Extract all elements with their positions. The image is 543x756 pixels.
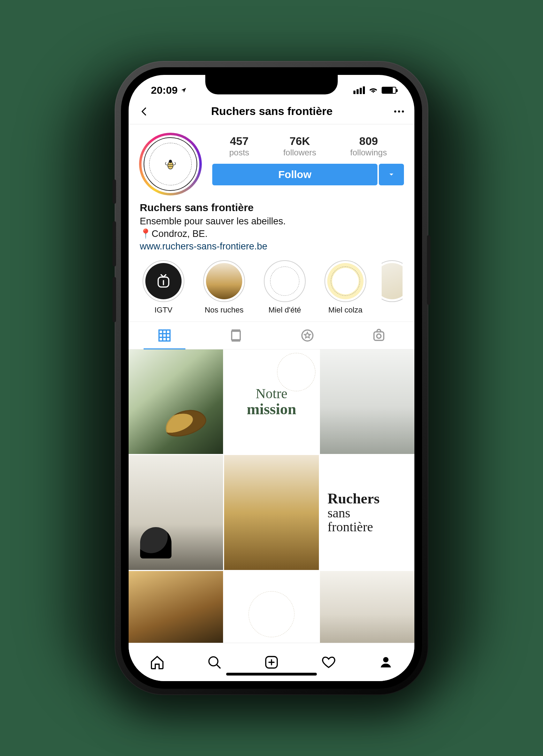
bio-name: Ruchers sans frontière <box>140 202 403 214</box>
status-time: 20:09 <box>151 84 178 96</box>
home-icon <box>150 655 165 670</box>
nav-activity[interactable] <box>320 654 337 671</box>
highlight-label: Miel d'été <box>268 306 301 315</box>
posts-label: posts <box>229 148 249 157</box>
phone-frame: 20:09 Ruchers sans frontière <box>115 61 428 695</box>
nav-home[interactable] <box>149 654 166 671</box>
caret-down-icon <box>388 171 395 178</box>
highlight-label: IGTV <box>154 306 172 315</box>
profile-top-bar: Ruchers sans frontière <box>129 101 414 124</box>
highlight-miel-ete[interactable]: Miel d'été <box>260 260 309 315</box>
brand-line-2: sans <box>328 506 350 520</box>
post-tile[interactable]: Notre mission <box>224 349 319 454</box>
post-tile[interactable] <box>320 571 414 643</box>
battery-icon <box>382 87 396 94</box>
location-arrow-icon <box>181 87 187 93</box>
svg-point-0 <box>168 162 173 169</box>
heart-icon <box>321 655 336 670</box>
wifi-icon <box>368 86 378 94</box>
profile-icon <box>378 655 393 670</box>
igtv-icon <box>154 272 173 291</box>
post-tile[interactable] <box>129 571 223 643</box>
tab-grid[interactable] <box>129 322 200 349</box>
followings-stat[interactable]: 809 followings <box>350 135 387 157</box>
posts-grid: Notre mission Ruchers sans frontière <box>129 349 414 643</box>
search-icon <box>207 655 222 670</box>
pin-icon: 📍 <box>140 229 152 239</box>
bio-website-link[interactable]: www.ruchers-sans-frontiere.be <box>140 241 403 252</box>
followers-label: followers <box>283 148 316 157</box>
profile-bio: Ruchers sans frontière Ensemble pour sau… <box>129 202 414 259</box>
posts-count: 457 <box>229 135 249 148</box>
bee-icon <box>163 157 178 171</box>
highlight-label: Nos ruches <box>205 306 243 315</box>
svg-point-7 <box>376 334 381 338</box>
posts-stat[interactable]: 457 posts <box>229 135 249 157</box>
post-tile[interactable] <box>320 349 414 454</box>
tab-tagged[interactable] <box>343 322 414 349</box>
highlight-label: Miel colza <box>328 306 362 315</box>
tab-feed[interactable] <box>200 322 272 349</box>
highlight-more[interactable] <box>382 260 403 315</box>
profile-avatar[interactable] <box>139 133 202 195</box>
followings-count: 809 <box>350 135 387 148</box>
tab-star[interactable] <box>272 322 343 349</box>
home-indicator[interactable] <box>226 673 317 676</box>
back-icon[interactable] <box>139 106 150 117</box>
more-options-icon[interactable] <box>394 110 404 113</box>
followers-stat[interactable]: 76K followers <box>283 135 316 157</box>
brand-line-3: frontière <box>328 520 373 534</box>
feed-icon <box>229 328 243 343</box>
grid-icon <box>157 328 172 343</box>
mission-title-top: Notre <box>255 385 287 402</box>
highlight-label <box>391 306 393 315</box>
highlight-nos-ruches[interactable]: Nos ruches <box>200 260 248 315</box>
svg-point-10 <box>383 657 388 662</box>
tagged-icon <box>372 328 386 343</box>
post-tile[interactable]: Ruchers sans frontière <box>320 455 414 570</box>
cell-signal-icon <box>353 86 365 94</box>
brand-line-1: Ruchers <box>328 491 380 506</box>
svg-rect-3 <box>159 330 170 341</box>
highlight-igtv[interactable]: IGTV <box>139 260 188 315</box>
post-tile[interactable] <box>224 455 319 570</box>
followers-count: 76K <box>283 135 316 148</box>
svg-rect-6 <box>374 332 384 340</box>
add-post-icon <box>264 655 279 670</box>
story-highlights: IGTV Nos ruches Miel d'été Miel colza <box>129 259 414 322</box>
profile-view-tabs <box>129 322 414 349</box>
svg-rect-4 <box>231 331 240 340</box>
post-tile[interactable] <box>224 571 319 643</box>
highlight-miel-colza[interactable]: Miel colza <box>321 260 370 315</box>
svg-point-1 <box>169 160 172 163</box>
profile-stats: 457 posts 76K followers 809 followings <box>212 135 404 157</box>
nav-search[interactable] <box>206 654 223 671</box>
bio-location: 📍Condroz, BE. <box>140 227 403 240</box>
nav-profile[interactable] <box>377 654 394 671</box>
decorative-circle <box>277 353 315 391</box>
profile-header: 457 posts 76K followers 809 followings <box>129 124 414 202</box>
nav-add[interactable] <box>263 654 280 671</box>
followings-label: followings <box>350 148 387 157</box>
bio-tagline: Ensemble pour sauver les abeilles. <box>140 215 403 227</box>
mission-title-bottom: mission <box>247 400 296 418</box>
phone-notch <box>205 75 338 94</box>
page-title: Ruchers sans frontière <box>211 105 333 118</box>
post-tile[interactable] <box>129 349 223 454</box>
post-tile[interactable] <box>129 455 223 570</box>
star-circle-icon <box>300 328 315 343</box>
follow-button[interactable]: Follow <box>212 164 377 185</box>
follow-dropdown-button[interactable] <box>379 164 404 185</box>
